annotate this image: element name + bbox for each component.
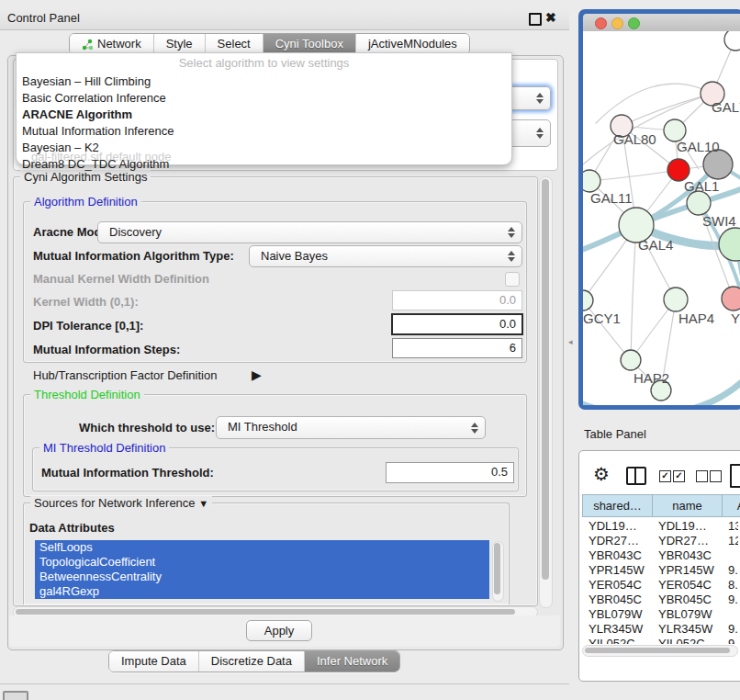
- combobox-arrows-icon: [536, 128, 544, 139]
- bottom-left-button[interactable]: [3, 691, 28, 700]
- dropdown-item-bayesian-hill-climbing[interactable]: Bayesian – Hill Climbing: [22, 73, 151, 90]
- network-node[interactable]: [687, 191, 711, 215]
- tab-infer-network[interactable]: Infer Network: [304, 651, 399, 672]
- algorithm-definition-title: Algorithm Definition: [30, 195, 141, 209]
- network-canvas[interactable]: GAL7GAL80GAL10GAL1GAL11SWI4GAL4GCY1HAP4Y…: [583, 31, 740, 405]
- list-item-gal4rgexp[interactable]: gal4RGexp: [35, 584, 489, 599]
- checked-checkbox-icon[interactable]: ✓: [673, 470, 685, 482]
- network-node[interactable]: [621, 350, 641, 370]
- dpi-tolerance-label: DPI Tolerance [0,1]:: [33, 319, 143, 333]
- network-node[interactable]: [724, 31, 740, 51]
- data-attributes-label: Data Attributes: [29, 521, 115, 535]
- aracne-mode-value: Discovery: [109, 225, 162, 239]
- network-node-label: HAP4: [678, 310, 714, 326]
- combobox-arrows-icon: [471, 423, 478, 434]
- network-node[interactable]: [583, 170, 600, 192]
- control-panel-title: Control Panel: [7, 11, 80, 25]
- settings-vertical-scrollbar[interactable]: [539, 176, 553, 608]
- network-window-titlebar[interactable]: [583, 14, 740, 32]
- network-node[interactable]: [722, 287, 740, 310]
- list-item-betweennesscentrality[interactable]: BetweennessCentrality: [35, 570, 489, 584]
- data-attributes-list: SelfLoops TopologicalCoefficient Between…: [35, 540, 489, 603]
- hub-definition-label: Hub/Transcription Factor Definition: [33, 368, 217, 382]
- tab-cyni-toolbox[interactable]: Cyni Toolbox: [263, 34, 355, 54]
- table-horizontal-scrollbar[interactable]: [582, 645, 738, 657]
- algorithm-dropdown-popup: Select algorithm to view settings Bayesi…: [16, 52, 512, 165]
- combobox-arrows-icon: [536, 93, 544, 104]
- network-edge[interactable]: [589, 170, 678, 181]
- aracne-mode-combobox[interactable]: Discovery: [97, 221, 522, 243]
- minimize-traffic-light-icon[interactable]: [611, 17, 623, 29]
- mi-threshold-field[interactable]: 0.5: [386, 462, 514, 483]
- close-traffic-light-icon[interactable]: [595, 17, 607, 29]
- network-node-label: GAL10: [677, 139, 720, 154]
- unchecked-checkbox-icon[interactable]: [696, 470, 708, 482]
- tab-select[interactable]: Select: [205, 34, 263, 54]
- attributes-list-scrollbar[interactable]: [492, 541, 504, 602]
- network-node[interactable]: [719, 228, 740, 261]
- mi-steps-label: Mutual Information Steps:: [33, 343, 180, 356]
- node-table-combobox-text: gal-filtered.sif default node: [31, 150, 171, 164]
- float-window-icon[interactable]: [529, 13, 542, 26]
- tab-jactivemnodules[interactable]: jActiveMNodules: [355, 34, 469, 54]
- network-node[interactable]: [664, 288, 688, 311]
- tab-style[interactable]: Style: [153, 34, 205, 54]
- column-header-a[interactable]: A: [722, 494, 740, 517]
- tab-network-label: Network: [97, 34, 141, 54]
- network-tab-icon: [82, 39, 94, 51]
- mi-type-value: Naive Bayes: [261, 249, 328, 263]
- tab-network[interactable]: Network: [70, 34, 153, 54]
- threshold-definition-title: Threshold Definition: [30, 388, 144, 401]
- bottom-tabbar: Impute Data Discretize Data Infer Networ…: [108, 650, 400, 672]
- tab-impute-data[interactable]: Impute Data: [109, 651, 198, 672]
- checked-checkbox-icon[interactable]: ✓: [659, 470, 671, 482]
- network-node-label: GAL4: [638, 237, 673, 253]
- network-node-label: GAL1: [684, 178, 719, 194]
- column-header-shared[interactable]: shared…: [582, 494, 653, 517]
- sources-title: Sources for Network Inference ▼: [30, 496, 212, 511]
- which-threshold-value: MI Threshold: [228, 420, 297, 434]
- network-node-label: GAL11: [590, 190, 633, 206]
- page-icon[interactable]: [730, 464, 740, 488]
- app-root: Control Panel ✖ Network Style Select Cyn…: [0, 0, 740, 700]
- network-node-label: GCY1: [583, 310, 621, 326]
- kernel-width-field[interactable]: 0.0: [392, 290, 522, 310]
- zoom-traffic-light-icon[interactable]: [628, 17, 640, 29]
- dropdown-item-mutual-information[interactable]: Mutual Information Inference: [22, 123, 174, 140]
- collapse-down-icon[interactable]: ▼: [198, 498, 208, 509]
- table-panel-title: Table Panel: [584, 427, 646, 441]
- network-node-label: HAP2: [633, 370, 669, 386]
- manual-kernel-label: Manual Kernel Width Definition: [33, 272, 209, 286]
- mi-type-label: Mutual Information Algorithm Type:: [33, 249, 234, 263]
- mi-threshold-label: Mutual Information Threshold:: [41, 466, 214, 480]
- network-edge[interactable]: [583, 300, 631, 360]
- which-threshold-combobox[interactable]: MI Threshold: [216, 416, 486, 439]
- network-canvas-svg: GAL7GAL80GAL10GAL1GAL11SWI4GAL4GCY1HAP4Y…: [583, 31, 740, 405]
- network-node[interactable]: [583, 290, 593, 310]
- gear-icon[interactable]: ⚙: [593, 464, 610, 484]
- mi-type-combobox[interactable]: Naive Bayes: [249, 245, 522, 267]
- combobox-arrows-icon: [508, 251, 515, 262]
- dpi-tolerance-field[interactable]: 0.0: [391, 313, 523, 335]
- control-panel-bottom-border: [0, 683, 569, 684]
- combobox-arrows-icon: [508, 227, 515, 238]
- apply-button[interactable]: Apply: [246, 620, 312, 641]
- manual-kernel-checkbox[interactable]: [505, 272, 520, 287]
- control-panel-header: [0, 7, 569, 30]
- dropdown-item-aracne[interactable]: ARACNE Algorithm: [22, 107, 132, 123]
- kernel-width-label: Kernel Width (0,1):: [33, 295, 139, 309]
- split-columns-icon[interactable]: [626, 467, 646, 485]
- unchecked-checkbox-icon[interactable]: [710, 470, 722, 482]
- network-edge[interactable]: [631, 225, 636, 360]
- dropdown-item-basic-correlation[interactable]: Basic Correlation Inference: [22, 90, 166, 107]
- table-rows: YDL19… YDL19… 13 YDR27… YDR27… 12 YBR043…: [580, 519, 738, 644]
- expand-right-icon[interactable]: ▶: [252, 367, 262, 382]
- tab-discretize-data[interactable]: Discretize Data: [198, 651, 304, 672]
- network-node-label: Y: [731, 310, 740, 326]
- list-item-selfloops[interactable]: SelfLoops: [35, 540, 489, 555]
- close-icon[interactable]: ✖: [545, 10, 556, 25]
- splitpane-collapse-icon[interactable]: ◂: [568, 337, 573, 346]
- column-header-name[interactable]: name: [652, 494, 723, 517]
- mi-steps-field[interactable]: 6: [392, 338, 522, 358]
- list-item-topologicalcoefficient[interactable]: TopologicalCoefficient: [35, 555, 489, 570]
